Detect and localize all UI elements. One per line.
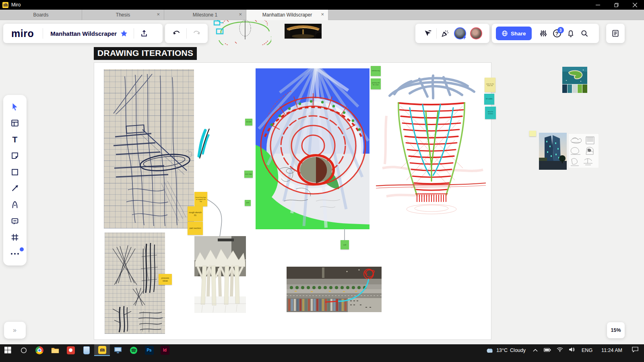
export-button[interactable] [137,27,151,40]
taskbar-app-monitor[interactable] [110,344,126,356]
close-button[interactable] [625,0,644,10]
square-shape-icon [10,168,19,177]
comment-tool[interactable] [8,215,22,227]
redo-button[interactable] [190,27,204,40]
select-cursor-icon [10,102,19,111]
cloud-icon [486,348,494,353]
minimize-button[interactable] [588,0,607,10]
sticky-note-part-section[interactable]: part section [188,222,203,235]
sticky-note-tool[interactable] [8,150,22,162]
select-tool[interactable] [8,101,22,113]
taskbar-search[interactable] [16,344,31,356]
board-name[interactable]: Manhattan Wildscraper [50,30,117,37]
mini-sticky-park[interactable]: park [245,200,251,206]
mini-sticky-pale[interactable] [529,131,536,136]
zoom-level-indicator[interactable]: 15% [607,322,625,338]
close-tab-icon[interactable]: × [239,11,242,18]
collaborator-cursor-icon [423,29,432,38]
close-tab-icon[interactable]: × [157,11,160,18]
color-palette-swatches[interactable] [562,84,587,93]
weather-condition: Cloudy [510,348,526,353]
sticky-site-notes[interactable]: notes for the main site [485,78,495,92]
restore-button[interactable] [607,0,625,10]
taskbar-file-explorer[interactable] [47,344,63,356]
search-button[interactable] [578,27,591,40]
settings-button[interactable] [537,27,550,40]
expand-panel-button[interactable]: » [4,322,26,339]
sticky-note-rough-sketch[interactable]: rough sketch 01 [188,206,203,221]
miro-logo[interactable]: miro [11,28,34,39]
tab-milestone-1[interactable]: Milestone 1× [164,10,246,20]
blue-building-photo[interactable] [539,133,567,170]
taskbar-chrome[interactable] [31,344,47,356]
taskbar-app-red[interactable] [63,344,78,356]
clock[interactable]: 11:24 AM [597,348,626,353]
hide-cursors-button[interactable] [421,27,435,40]
taskbar-spotify[interactable] [126,344,141,356]
sticky-wall[interactable]: wall [341,240,349,249]
help-button[interactable]: ? 3 [550,27,564,40]
close-tab-icon[interactable]: × [321,11,324,18]
taskbar-photoshop[interactable]: Ps [141,344,157,356]
user-avatar[interactable] [470,27,482,39]
templates-tool[interactable] [8,117,22,129]
lightning-badge-icon [462,35,467,40]
night-canopy-photo[interactable] [285,24,322,39]
volume-icon[interactable] [567,347,577,353]
text-tool[interactable]: T [8,133,22,145]
notifications-button[interactable] [564,27,578,40]
board-notes-button[interactable] [609,27,622,40]
presenter-avatar[interactable] [454,27,466,39]
arrow-tool[interactable] [8,182,22,194]
templates-icon [10,119,19,128]
undo-button[interactable] [169,27,183,40]
text-tool-icon: T [12,135,18,144]
island-photo[interactable] [562,67,587,84]
action-center-button[interactable] [628,347,642,354]
document-icon [611,29,619,37]
swatch-pale [572,84,577,93]
sticky-note-branching[interactable]: branching legs to support the top [194,192,207,206]
sticky-process-ideas[interactable]: process ideas [159,274,172,285]
weather-widget[interactable]: 13°C Cloudy [483,348,529,353]
share-button[interactable]: Share [496,27,532,40]
sticky-ny-wildlife[interactable]: NY wildlife [484,94,494,105]
mini-sticky-water-edge[interactable]: water edge [244,171,253,178]
frame-tool[interactable] [8,231,22,243]
mini-sticky-roof-plan[interactable]: roof plan [245,119,252,125]
star-icon[interactable] [120,29,128,37]
notification-dot [20,247,24,251]
battery-icon[interactable] [542,348,553,353]
taskbar-miro-active[interactable] [94,344,110,356]
swatch-darkgreen [582,84,587,93]
tab-thesis[interactable]: Thesis× [82,10,164,20]
tab-boards[interactable]: Boards [0,10,82,20]
tray-chevron-up[interactable] [530,348,540,353]
help-badge: 3 [557,27,564,33]
sticky-note-icon [10,151,19,160]
shape-tool[interactable] [8,166,22,178]
start-button[interactable] [0,344,16,356]
tab-manhattan-wildscraper[interactable]: Manhattan Wildscraper× [246,10,328,20]
taskbar-indesign[interactable]: Id [157,344,173,356]
window-controls [588,0,644,10]
window-title: Miro [11,2,21,8]
pen-tool[interactable] [8,199,22,211]
collaborators-card [415,24,489,43]
taskbar-app-glass[interactable] [78,344,94,356]
share-label: Share [511,31,526,37]
arrow-icon [10,184,19,193]
sticky-growing-crown[interactable]: growing with the crown [371,78,381,89]
ellipsis-icon [11,253,19,255]
more-tools[interactable] [8,248,22,260]
party-popper-icon [441,29,450,38]
pencil-sketches-sheet[interactable] [568,134,599,168]
wifi-icon[interactable] [555,347,565,353]
celebrate-button[interactable] [438,27,452,40]
language-indicator[interactable]: ENG [578,348,596,353]
frame-title[interactable]: DRAWING ITERATIONS [94,47,197,60]
sticky-ideas-sections[interactable]: ideas for sections [485,107,496,119]
divider [186,28,187,39]
red-app-icon [67,346,75,354]
sticky-wild-diversity[interactable]: wild diversity [371,66,381,76]
